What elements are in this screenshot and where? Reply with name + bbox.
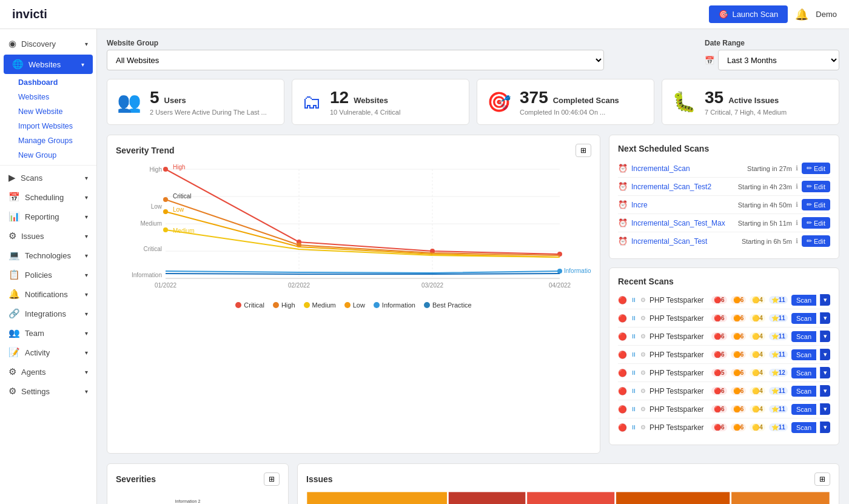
scan-status-gray-6: ⚙ — [640, 406, 646, 412]
sidebar-item-websites[interactable]: 🌐 Websites ▾ — [4, 55, 93, 74]
sidebar-item-scans[interactable]: ▶ Scans ▾ — [0, 168, 96, 187]
scan-badge-high-3: 🟠6 — [731, 351, 747, 358]
right-panel: Next Scheduled Scans ⏰ Incremental_Scan … — [609, 135, 839, 454]
scan-btn-4[interactable]: Scan — [791, 368, 816, 378]
svg-text:Medium: Medium — [173, 227, 195, 234]
scan-badge-critical-2: 🔴6 — [711, 332, 727, 340]
scan-btn-5[interactable]: Scan — [791, 386, 816, 397]
sidebar-label-issues: Issues — [21, 232, 44, 241]
sched-edit-btn-2[interactable]: ✏ Edit — [802, 199, 830, 210]
sched-name-0[interactable]: Incremental_Scan — [631, 164, 743, 173]
sidebar-link-new-website[interactable]: New Website — [0, 104, 96, 119]
scan-btn-6[interactable]: Scan — [791, 404, 816, 415]
scan-badge-high-2: 🟠6 — [731, 332, 747, 340]
sidebar-item-scheduling[interactable]: 📅 Scheduling ▾ — [0, 187, 96, 207]
scan-badge-medium-6: 🟡4 — [750, 405, 765, 413]
sidebar-item-settings[interactable]: ⚙ Settings ▾ — [0, 381, 96, 401]
stat-title-completed-scans: Completed Scans — [553, 96, 619, 105]
sidebar-item-discovery[interactable]: ◉ Discovery ▾ — [0, 34, 96, 53]
legend-label-critical: Critical — [244, 301, 264, 309]
sidebar-item-activity[interactable]: 📝 Activity ▾ — [0, 343, 96, 362]
website-group-select[interactable]: All Websites — [107, 50, 604, 70]
sidebar-link-import-websites[interactable]: Import Websites — [0, 119, 96, 133]
sev-panel-header: Severities ⊞ — [116, 472, 280, 486]
date-range-select[interactable]: Last 3 Months — [718, 50, 839, 70]
treemap-subcell-1 — [526, 492, 616, 504]
sched-name-2[interactable]: Incre — [631, 201, 734, 209]
svg-text:High: High — [173, 164, 186, 170]
sched-info-icon-4: ℹ — [796, 237, 798, 245]
sidebar-item-team[interactable]: 👥 Team ▾ — [0, 323, 96, 343]
issues-view-toggle[interactable]: ⊞ — [814, 472, 830, 486]
scan-dropdown-btn-5[interactable]: ▾ — [820, 385, 830, 397]
svg-text:01/2022: 01/2022 — [155, 282, 177, 289]
sidebar-link-manage-groups[interactable]: Manage Groups — [0, 133, 96, 148]
donut-label-5: Information 2 — [175, 499, 201, 504]
sidebar-item-agents[interactable]: ⚙ Agents ▾ — [0, 362, 96, 381]
severities-panel: Severities ⊞ Critical 7High 7Medium 4Low… — [107, 463, 289, 504]
scan-status-gray-0: ⚙ — [640, 297, 646, 303]
sched-edit-btn-4[interactable]: ✏ Edit — [802, 235, 830, 247]
bottom-row: Severities ⊞ Critical 7High 7Medium 4Low… — [107, 463, 839, 504]
scan-badge-high-7: 🟠6 — [731, 423, 747, 431]
settings-icon: ⚙ — [8, 386, 16, 397]
scan-badge-high-6: 🟠6 — [731, 405, 747, 413]
sidebar-item-reporting[interactable]: 📊 Reporting ▾ — [0, 207, 96, 226]
websites-chevron-icon: ▾ — [81, 61, 84, 68]
scan-row-4: 🔴 ⏸ ⚙ PHP Testsparker 🔴5 🟠6 🟡4 ⭐12 Scan … — [618, 364, 830, 382]
trend-view-toggle[interactable]: ⊞ — [576, 144, 591, 157]
sched-name-1[interactable]: Incremental_Scan_Test2 — [631, 183, 734, 191]
scan-btn-3[interactable]: Scan — [791, 349, 816, 360]
scan-dropdown-btn-7[interactable]: ▾ — [820, 422, 830, 433]
sched-name-4[interactable]: Incremental_Scan_Test — [631, 237, 738, 246]
launch-scan-button[interactable]: 🎯 Launch Scan — [709, 5, 788, 23]
sidebar-link-new-group[interactable]: New Group — [0, 148, 96, 163]
sched-row-4: ⏰ Incremental_Scan_Test Starting in 6h 5… — [618, 232, 830, 250]
sidebar-link-dashboard[interactable]: Dashboard — [0, 75, 96, 90]
scan-dropdown-btn-6[interactable]: ▾ — [820, 403, 830, 415]
scan-badge-critical-1: 🔴6 — [711, 314, 727, 322]
sidebar-item-policies[interactable]: 📋 Policies ▾ — [0, 265, 96, 284]
scan-btn-0[interactable]: Scan — [791, 295, 816, 306]
svg-text:High: High — [149, 166, 162, 173]
sched-edit-btn-0[interactable]: ✏ Edit — [802, 163, 830, 174]
sidebar-item-technologies[interactable]: 💻 Technologies ▾ — [0, 246, 96, 265]
sched-edit-btn-3[interactable]: ✏ Edit — [802, 217, 830, 229]
legend-label-medium: Medium — [312, 301, 336, 309]
scan-dropdown-btn-0[interactable]: ▾ — [820, 294, 830, 306]
sidebar-item-integrations[interactable]: 🔗 Integrations ▾ — [0, 304, 96, 323]
scan-name-6: PHP Testsparker — [649, 405, 708, 414]
scans-icon: ▶ — [8, 172, 16, 183]
sched-edit-icon-3: ✏ — [807, 219, 812, 227]
scan-dropdown-btn-2[interactable]: ▾ — [820, 331, 830, 342]
notifications-icon[interactable]: 🔔 — [795, 8, 808, 21]
scan-btn-2[interactable]: Scan — [791, 331, 816, 342]
scan-btn-7[interactable]: Scan — [791, 422, 816, 433]
sidebar-item-issues[interactable]: ⚙ Issues ▾ — [0, 226, 96, 246]
issues-icon: ⚙ — [8, 230, 16, 241]
scan-dropdown-btn-1[interactable]: ▾ — [820, 312, 830, 324]
date-range-filter: Date Range 📅 Last 3 Months — [705, 39, 839, 70]
scan-btn-1[interactable]: Scan — [791, 313, 816, 324]
scan-badge-critical-3: 🔴6 — [711, 351, 727, 358]
sched-clock-icon-3: ⏰ — [618, 218, 628, 227]
sev-view-toggle[interactable]: ⊞ — [264, 472, 280, 486]
scan-status-gray-2: ⚙ — [640, 333, 646, 340]
sched-edit-btn-1[interactable]: ✏ Edit — [802, 181, 830, 192]
discovery-icon: ◉ — [8, 38, 16, 49]
scan-status-blue-2: ⏸ — [631, 333, 637, 340]
scan-dropdown-btn-4[interactable]: ▾ — [820, 367, 830, 378]
sidebar: ◉ Discovery ▾ 🌐 Websites ▾ DashboardWebs… — [0, 29, 97, 504]
stat-card-active-issues: 🐛 35 Active Issues 7 Critical, 7 High, 4… — [662, 79, 839, 125]
legend-label-information: Information — [382, 301, 415, 309]
sched-row-3: ⏰ Incremental_Scan_Test_Max Starting in … — [618, 214, 830, 232]
sched-name-3[interactable]: Incremental_Scan_Test_Max — [631, 219, 734, 227]
sidebar-item-notifications[interactable]: 🔔 Notifications ▾ — [0, 284, 96, 304]
user-menu[interactable]: Demo — [816, 10, 837, 19]
scan-badge-low-0: ⭐11 — [769, 296, 788, 304]
sched-time-0: Starting in 27m — [747, 165, 792, 172]
sidebar-link-websites[interactable]: Websites — [0, 90, 96, 104]
scan-dropdown-btn-3[interactable]: ▾ — [820, 349, 830, 360]
scan-status-gray-5: ⚙ — [640, 388, 646, 394]
donut-svg: Critical 7High 7Medium 4Low 11Best Pract… — [143, 492, 252, 504]
